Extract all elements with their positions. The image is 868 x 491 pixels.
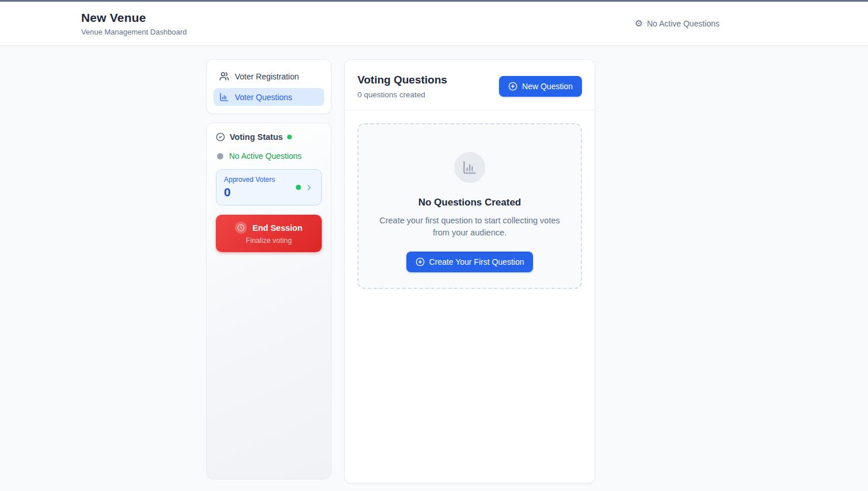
approved-voters-indicators xyxy=(296,183,314,192)
users-icon xyxy=(219,71,229,81)
new-question-button[interactable]: New Question xyxy=(499,76,582,97)
plus-circle-icon xyxy=(416,257,425,267)
end-session-label: End Session xyxy=(252,223,302,233)
nav-item-label: Voter Questions xyxy=(235,93,292,102)
empty-state-title: No Questions Created xyxy=(374,197,566,208)
active-question-status-text: No Active Questions xyxy=(229,151,302,161)
create-first-question-label: Create Your First Question xyxy=(429,257,524,267)
clock-icon xyxy=(235,222,247,234)
nav-item-voter-registration[interactable]: Voter Registration xyxy=(214,67,324,85)
status-green-dot xyxy=(287,135,292,139)
approved-green-dot xyxy=(296,185,301,190)
panel-title: Voting Questions xyxy=(357,74,447,86)
bar-chart-icon xyxy=(462,160,477,175)
approved-voters-card[interactable]: Approved Voters 0 xyxy=(216,169,322,205)
status-gray-dot xyxy=(217,153,223,159)
app-header: New Venue Venue Management Dashboard ⚙ N… xyxy=(0,2,868,46)
header-titles: New Venue Venue Management Dashboard xyxy=(81,11,187,36)
voting-status-card: Voting Status No Active Questions Approv… xyxy=(206,123,332,479)
empty-state: No Questions Created Create your first q… xyxy=(357,123,582,289)
voting-questions-panel: Voting Questions 0 questions created New… xyxy=(344,59,595,484)
end-session-sublabel: Finalize voting xyxy=(222,237,316,245)
sidebar: Voter Registration Voter Questions Voti xyxy=(206,59,332,479)
bar-chart-icon xyxy=(219,92,229,102)
empty-state-description: Create your first question to start coll… xyxy=(374,215,566,239)
nav-card: Voter Registration Voter Questions xyxy=(206,59,332,114)
page-title: New Venue xyxy=(81,11,187,25)
approved-voters-label: Approved Voters xyxy=(224,176,275,184)
panel-subtitle: 0 questions created xyxy=(357,90,447,99)
gear-icon: ⚙ xyxy=(635,19,643,28)
nav-item-voter-questions[interactable]: Voter Questions xyxy=(214,88,324,106)
approved-voters-info: Approved Voters 0 xyxy=(224,176,275,199)
panel-header: Voting Questions 0 questions created New… xyxy=(345,60,595,111)
chevron-right-icon xyxy=(304,183,314,192)
plus-circle-icon xyxy=(508,82,517,91)
create-first-question-button[interactable]: Create Your First Question xyxy=(406,252,534,272)
header-status: ⚙ No Active Questions xyxy=(635,19,719,28)
nav-item-label: Voter Registration xyxy=(235,72,299,81)
header-status-text: No Active Questions xyxy=(647,19,719,28)
end-session-row: End Session xyxy=(222,222,316,234)
active-question-status: No Active Questions xyxy=(217,151,321,161)
content-area: Voter Registration Voter Questions Voti xyxy=(0,46,868,484)
empty-state-icon-circle xyxy=(454,152,485,183)
voting-status-header: Voting Status xyxy=(216,132,322,142)
panel-header-titles: Voting Questions 0 questions created xyxy=(357,74,447,99)
approved-voters-count: 0 xyxy=(224,185,275,199)
page-subtitle: Venue Management Dashboard xyxy=(81,28,187,36)
panel-body: No Questions Created Create your first q… xyxy=(345,111,595,302)
new-question-label: New Question xyxy=(522,82,573,91)
end-session-button[interactable]: End Session Finalize voting xyxy=(216,215,322,252)
voting-status-title: Voting Status xyxy=(230,132,283,142)
check-circle-icon xyxy=(216,132,225,142)
